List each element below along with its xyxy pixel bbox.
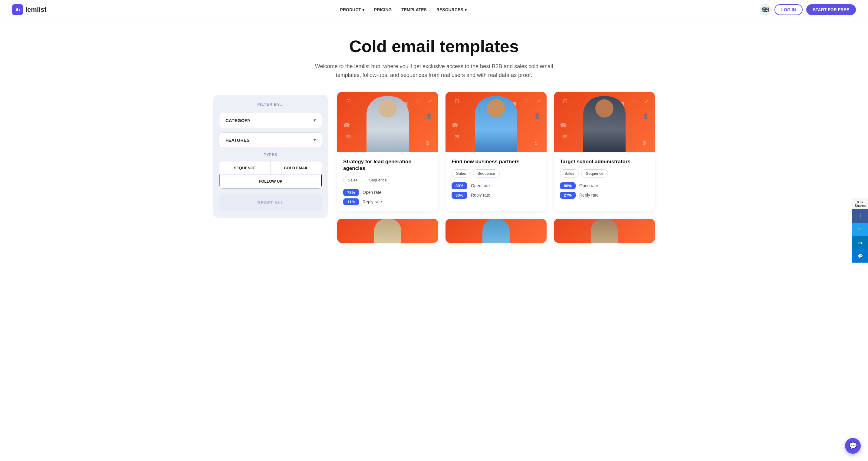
reply-rate-label: Reply rate bbox=[471, 193, 490, 198]
tag-sequence[interactable]: Sequence bbox=[473, 169, 500, 177]
open-rate-label: Open rate bbox=[471, 183, 490, 188]
filter-sidebar: FILTER BY... CATEGORY ▾ FEATURES ▾ TYPES… bbox=[213, 95, 328, 218]
chevron-down-icon: ▾ bbox=[314, 118, 316, 123]
open-rate-row: 80% Open rate bbox=[452, 182, 540, 189]
nav-actions: 🇬🇧 LOG IN START FOR FREE bbox=[760, 4, 856, 15]
tag-sales[interactable]: Sales bbox=[452, 169, 471, 177]
card-tags: Sales Sequence bbox=[343, 176, 432, 184]
reply-rate-badge: 33% bbox=[452, 192, 467, 199]
cards-grid: ♡ ↗ ⊡ ☎ ✉ 📖 $ 👤 Strategy for bbox=[337, 92, 655, 211]
card-title: Strategy for lead generation agencies bbox=[343, 159, 432, 172]
heart-icon: ♡ bbox=[524, 98, 528, 105]
tag-sequence[interactable]: Sequence bbox=[581, 169, 608, 177]
navbar: lemlist PRODUCT ▾ PRICING TEMPLATES RESO… bbox=[0, 0, 868, 19]
template-card[interactable]: ♡ ↗ ⊡ ☎ ✉ 📖 $ 👤 Strategy for bbox=[337, 92, 438, 211]
page-title: Cold email templates bbox=[6, 36, 862, 56]
box-icon: ⊡ bbox=[563, 98, 567, 105]
hero-section: Cold email templates Welcome to the leml… bbox=[0, 19, 868, 92]
reply-rate-badge: 27% bbox=[560, 192, 576, 199]
open-rate-label: Open rate bbox=[363, 190, 381, 195]
social-sidebar: 8.5k Shares f 🐦 in 💬 bbox=[852, 198, 868, 255]
card-body: Target school administrators Sales Seque… bbox=[554, 152, 655, 205]
card-image: ♡ ↗ ⊡ ☎ ✉ 📖 $ 👤 bbox=[337, 92, 438, 152]
start-free-button[interactable]: START FOR FREE bbox=[806, 4, 856, 15]
follow-up-type-button[interactable]: FOLLOW UP bbox=[219, 174, 322, 189]
login-button[interactable]: LOG IN bbox=[774, 4, 802, 15]
phone-icon: ☎ bbox=[343, 122, 350, 129]
card-image: ♡ ↗ ⊡ ☎ ✉ 📖 $ 👤 bbox=[445, 92, 547, 152]
card-title: Find new business partners bbox=[452, 159, 540, 165]
user-icon: 👤 bbox=[426, 113, 432, 120]
reset-all-button[interactable]: RESET ALL bbox=[219, 195, 322, 210]
trend-icon: ↗ bbox=[644, 98, 649, 105]
trend-icon: ↗ bbox=[536, 98, 540, 105]
partial-card-image bbox=[554, 219, 655, 243]
cards-area: ♡ ↗ ⊡ ☎ ✉ 📖 $ 👤 Strategy for bbox=[337, 92, 655, 243]
card-stats: 88% Open rate 27% Reply rate bbox=[560, 182, 649, 199]
reply-rate-label: Reply rate bbox=[579, 193, 599, 198]
types-label: TYPES bbox=[219, 153, 322, 157]
chevron-down-icon: ▾ bbox=[314, 138, 316, 142]
partial-template-card[interactable] bbox=[445, 219, 547, 243]
phone-icon: ☎ bbox=[452, 122, 458, 129]
partial-template-card[interactable] bbox=[554, 219, 655, 243]
open-rate-badge: 80% bbox=[452, 182, 467, 189]
reply-rate-row: 11% Reply rate bbox=[343, 198, 432, 205]
sequence-type-button[interactable]: SEQUENCE bbox=[219, 162, 271, 174]
card-stats: 78% Open rate 11% Reply rate bbox=[343, 189, 432, 205]
messenger-icon: 💬 bbox=[858, 254, 863, 255]
nav-links: PRODUCT ▾ PRICING TEMPLATES RESOURCES ▾ bbox=[340, 7, 467, 12]
user-icon: 👤 bbox=[534, 113, 540, 120]
filter-by-label: FILTER BY... bbox=[219, 102, 322, 107]
reply-rate-row: 33% Reply rate bbox=[452, 192, 540, 199]
box-icon: ⊡ bbox=[346, 98, 351, 105]
template-card[interactable]: ♡ ↗ ⊡ ☎ ✉ 📖 $ 👤 Target school administra bbox=[554, 92, 655, 211]
card-tags: Sales Sequence bbox=[452, 169, 540, 177]
types-grid: SEQUENCE COLD EMAIL FOLLOW UP bbox=[219, 161, 322, 189]
template-card[interactable]: ♡ ↗ ⊡ ☎ ✉ 📖 $ 👤 Find new business partne bbox=[445, 92, 547, 211]
logo[interactable]: lemlist bbox=[12, 4, 46, 15]
types-section: TYPES SEQUENCE COLD EMAIL FOLLOW UP bbox=[219, 153, 322, 189]
main-layout: FILTER BY... CATEGORY ▾ FEATURES ▾ TYPES… bbox=[207, 92, 661, 255]
twitter-icon: 🐦 bbox=[857, 226, 864, 233]
linkedin-share-button[interactable]: in bbox=[852, 236, 868, 249]
nav-pricing[interactable]: PRICING bbox=[374, 7, 392, 12]
facebook-icon: f bbox=[859, 213, 861, 219]
messenger-share-button[interactable]: 💬 bbox=[852, 249, 868, 255]
card-tags: Sales Sequence bbox=[560, 169, 649, 177]
cold-email-type-button[interactable]: COLD EMAIL bbox=[271, 162, 322, 174]
logo-text: lemlist bbox=[25, 6, 46, 13]
open-rate-label: Open rate bbox=[579, 183, 598, 188]
features-dropdown[interactable]: FEATURES ▾ bbox=[219, 132, 322, 148]
dollar-icon: $ bbox=[426, 140, 429, 146]
dollar-icon: $ bbox=[534, 140, 537, 146]
tag-sales[interactable]: Sales bbox=[560, 169, 579, 177]
tag-sequence[interactable]: Sequence bbox=[365, 176, 392, 184]
open-rate-badge: 78% bbox=[343, 189, 359, 196]
card-body: Find new business partners Sales Sequenc… bbox=[445, 152, 547, 205]
mail-icon: ✉ bbox=[346, 134, 351, 140]
chevron-down-icon: ▾ bbox=[362, 7, 364, 12]
partial-card-image bbox=[337, 219, 438, 243]
logo-icon bbox=[12, 4, 23, 15]
nav-product[interactable]: PRODUCT ▾ bbox=[340, 7, 364, 12]
language-selector[interactable]: 🇬🇧 bbox=[760, 4, 771, 15]
nav-resources[interactable]: RESOURCES ▾ bbox=[436, 7, 467, 12]
reply-rate-label: Reply rate bbox=[363, 199, 382, 204]
card-stats: 80% Open rate 33% Reply rate bbox=[452, 182, 540, 199]
category-dropdown[interactable]: CATEGORY ▾ bbox=[219, 113, 322, 128]
reply-rate-row: 27% Reply rate bbox=[560, 192, 649, 199]
partial-cards-row bbox=[337, 219, 655, 243]
card-image: ♡ ↗ ⊡ ☎ ✉ 📖 $ 👤 bbox=[554, 92, 655, 152]
card-title: Target school administrators bbox=[560, 159, 649, 165]
facebook-share-button[interactable]: f bbox=[852, 209, 868, 223]
partial-template-card[interactable] bbox=[337, 219, 438, 243]
mail-icon: ✉ bbox=[563, 134, 567, 140]
card-body: Strategy for lead generation agencies Sa… bbox=[337, 152, 438, 211]
partial-card-image bbox=[445, 219, 547, 243]
mail-icon: ✉ bbox=[455, 134, 459, 140]
tag-sales[interactable]: Sales bbox=[343, 176, 362, 184]
nav-templates[interactable]: TEMPLATES bbox=[401, 7, 427, 12]
twitter-share-button[interactable]: 🐦 bbox=[852, 223, 868, 236]
heart-icon: ♡ bbox=[415, 98, 420, 105]
